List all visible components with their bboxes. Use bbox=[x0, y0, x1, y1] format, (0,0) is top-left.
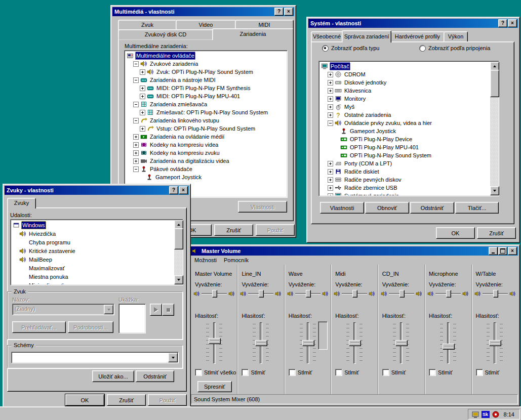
tree-item[interactable]: CDROM bbox=[320, 70, 491, 78]
expand-plus-icon[interactable] bbox=[328, 80, 333, 86]
tree-item[interactable]: Miestna ponuka bbox=[12, 272, 175, 281]
tree-item-label[interactable]: Radiče pevných diskov bbox=[343, 176, 403, 183]
expand-plus-icon[interactable] bbox=[140, 94, 145, 99]
tree-item[interactable]: Multimediálne ovládače bbox=[126, 52, 287, 60]
expand-plus-icon[interactable] bbox=[133, 150, 139, 156]
balance-thumb[interactable] bbox=[306, 290, 311, 298]
tree-item-label[interactable]: Zvuk: OPTi Plug-N-Play Sound System bbox=[155, 68, 254, 75]
tree-item[interactable]: Zvuk: OPTi Plug-N-Play Sound System bbox=[126, 68, 287, 76]
balance-thumb[interactable] bbox=[446, 290, 451, 298]
maximize-button[interactable] bbox=[498, 247, 507, 255]
tree-item-label[interactable]: Zariadenia na ovládanie médií bbox=[149, 133, 225, 140]
tree-item-label[interactable]: Miestna ponuka bbox=[28, 273, 69, 280]
device-tree-scrollbar[interactable] bbox=[490, 62, 498, 195]
volume-slider[interactable] bbox=[440, 321, 456, 365]
close-button[interactable]: × bbox=[508, 19, 517, 27]
tree-item[interactable]: Pákové ovládače bbox=[126, 165, 287, 173]
cancel-button[interactable]: Zrušiť bbox=[214, 224, 253, 236]
volume-slider[interactable] bbox=[253, 321, 269, 365]
expand-plus-icon[interactable] bbox=[140, 86, 145, 91]
view-by-type-radio[interactable]: Zobraziť podľa typu bbox=[322, 45, 379, 52]
dropdown-arrow-button[interactable] bbox=[104, 305, 113, 314]
tree-item-label[interactable]: Zmiešavač: OPTi Plug-N-Play Sound System bbox=[155, 109, 269, 116]
tree-item[interactable]: Hviezdička bbox=[12, 229, 175, 238]
tree-item[interactable]: Zariadenia na digitalizáciu videa bbox=[126, 157, 287, 165]
collapse-minus-icon[interactable] bbox=[133, 166, 139, 172]
tree-item[interactable]: Počítač bbox=[320, 62, 491, 70]
tree-item-label[interactable]: Klávesnica bbox=[343, 87, 372, 94]
browse-button[interactable]: Prehľadávať... bbox=[12, 321, 66, 333]
tab-zariadenia[interactable]: Zariadenia bbox=[212, 28, 294, 40]
tree-item[interactable]: Zariadenia linkového vstupu bbox=[126, 116, 287, 124]
tree-item[interactable]: MailBeep bbox=[12, 255, 175, 264]
tree-item[interactable]: Maximalizovať bbox=[12, 264, 175, 272]
help-button[interactable]: ? bbox=[274, 8, 284, 16]
apply-button[interactable]: Použiť bbox=[148, 394, 187, 406]
expand-plus-icon[interactable] bbox=[328, 88, 333, 94]
tree-item[interactable]: OPTi Plug-N-Play Sound System bbox=[320, 151, 491, 159]
cancel-button[interactable]: Zrušiť bbox=[477, 227, 516, 239]
volume-slider[interactable] bbox=[487, 321, 503, 365]
scroll-down-button[interactable] bbox=[174, 275, 183, 284]
tree-item-label[interactable]: Kodeky na kompresiu videa bbox=[149, 141, 219, 148]
volume-thumb[interactable] bbox=[443, 344, 455, 350]
balance-slider[interactable] bbox=[294, 289, 322, 298]
tree-item[interactable]: MIDI: OPTi Plug-N-Play MPU-401 bbox=[126, 92, 287, 100]
balance-thumb[interactable] bbox=[493, 290, 498, 298]
menu-pomocnik[interactable]: Pomocník bbox=[220, 256, 252, 264]
tree-item[interactable]: OPTi Plug-N-Play MPU-401 bbox=[320, 143, 491, 151]
tree-item[interactable]: Radiče diskiet bbox=[320, 167, 491, 176]
tree-item-label[interactable]: Zvukové zariadenia bbox=[149, 60, 199, 67]
tray-display-icon[interactable] bbox=[471, 410, 479, 418]
expand-plus-icon[interactable] bbox=[328, 169, 333, 175]
events-scrollbar[interactable] bbox=[174, 220, 182, 284]
volume-thumb[interactable] bbox=[302, 340, 314, 346]
dropdown-arrow-button[interactable] bbox=[168, 353, 178, 362]
mute-checkbox[interactable] bbox=[382, 369, 389, 376]
help-button[interactable]: ? bbox=[498, 19, 507, 27]
close-button[interactable]: × bbox=[179, 186, 188, 194]
expand-plus-icon[interactable] bbox=[140, 69, 145, 75]
volume-thumb[interactable] bbox=[395, 340, 408, 346]
print-button[interactable]: Tlačiť... bbox=[455, 202, 499, 214]
expand-plus-icon[interactable] bbox=[328, 72, 333, 77]
expand-plus-icon[interactable] bbox=[328, 185, 333, 191]
tree-item[interactable]: Ovládacie prvky zvuku, videa a hier bbox=[320, 119, 491, 127]
volume-slider[interactable] bbox=[393, 321, 409, 365]
sounds-titlebar[interactable]: Zvuky - vlastnosti ? × bbox=[5, 186, 189, 195]
sound-name-combobox[interactable]: (Žiadny) bbox=[12, 304, 114, 315]
tree-item-label[interactable]: Windows bbox=[21, 221, 46, 229]
close-button[interactable]: × bbox=[508, 247, 517, 255]
mute-checkbox[interactable] bbox=[242, 369, 249, 376]
tab-spravca-zariadeni[interactable]: Správca zariadení bbox=[342, 30, 391, 43]
volume-slider[interactable] bbox=[206, 321, 222, 365]
balance-slider[interactable] bbox=[201, 289, 228, 298]
expand-plus-icon[interactable] bbox=[328, 104, 333, 110]
expand-plus-icon[interactable] bbox=[140, 126, 145, 132]
tree-item-label[interactable]: MIDI: OPTi Plug-N-Play FM Synthesis bbox=[155, 85, 251, 92]
tree-item[interactable]: Systémové zariadenia bbox=[320, 192, 491, 195]
tree-item[interactable]: Gameport Joystick bbox=[320, 127, 491, 135]
tree-item-label[interactable]: Pákové ovládače bbox=[149, 165, 193, 173]
tab-zvukovy-disk-cd[interactable]: Zvukový disk CD bbox=[118, 29, 213, 39]
system-titlebar[interactable]: Systém - vlastnosti ? × bbox=[308, 19, 518, 28]
expand-plus-icon[interactable] bbox=[133, 158, 139, 164]
scrollbar-thumb[interactable] bbox=[174, 228, 183, 249]
mute-checkbox[interactable] bbox=[476, 369, 483, 376]
tab-vykon[interactable]: Výkon bbox=[444, 31, 468, 41]
tree-item[interactable]: Vstup: OPTi Plug-N-Play Sound System bbox=[126, 124, 287, 133]
mute-control[interactable]: Stlmiť bbox=[476, 369, 500, 376]
collapse-minus-icon[interactable] bbox=[133, 118, 139, 123]
tree-item[interactable]: Monitory bbox=[320, 95, 491, 103]
volume-slider[interactable] bbox=[300, 321, 316, 365]
stop-button[interactable] bbox=[162, 304, 174, 316]
mute-control[interactable]: Stlmiť bbox=[382, 369, 406, 376]
help-button[interactable]: ? bbox=[169, 186, 178, 194]
tree-item-label[interactable]: Monitory bbox=[343, 95, 367, 102]
tree-item-label[interactable]: Hviezdička bbox=[28, 230, 57, 237]
mute-control[interactable]: Stlmiť bbox=[242, 369, 265, 376]
mute-checkbox[interactable] bbox=[289, 369, 296, 376]
tree-item-label[interactable]: OPTi Plug-N-Play Device bbox=[349, 136, 413, 143]
tree-item-label[interactable]: OPTi Plug-N-Play MPU-401 bbox=[349, 144, 420, 151]
tree-item-label[interactable]: Systémové zariadenia bbox=[343, 192, 400, 195]
